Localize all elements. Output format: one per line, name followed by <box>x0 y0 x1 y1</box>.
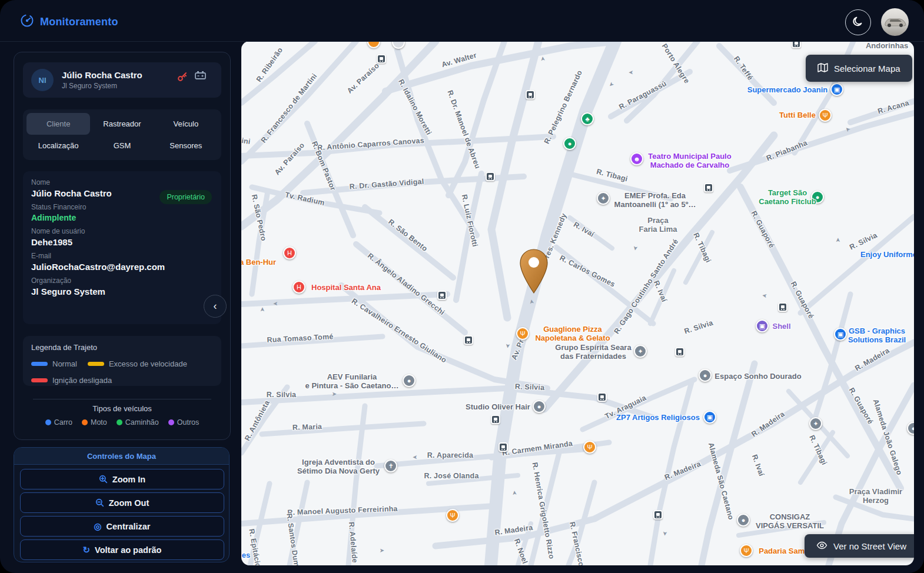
theme-toggle-button[interactable] <box>845 9 871 35</box>
street-view-button[interactable]: Ver no Street View <box>805 534 914 558</box>
zp7-artigos-pin[interactable]: ▣ <box>703 411 716 424</box>
tab-sensores[interactable]: Sensores <box>154 135 218 156</box>
transit-station-icon[interactable] <box>491 415 500 424</box>
zoom-in-icon <box>99 475 108 484</box>
transit-station-icon[interactable] <box>437 291 447 300</box>
espaco-sonho-dourado-label[interactable]: Espaço Sonho Dourado <box>714 372 801 381</box>
igreja-adventista-pin[interactable]: ✝ <box>384 459 397 472</box>
shell-label[interactable]: Shell <box>772 322 790 331</box>
emef-school-label[interactable]: EMEF Profa. Eda Mantoanelli (1º ao 5º… <box>614 191 696 209</box>
gsb-graphics-label[interactable]: GSB - Graphics Solutions Brazil <box>848 327 906 345</box>
target-fitclub-label[interactable]: Target São Caetano Fitclub <box>759 188 816 206</box>
guaglione-pizza-pin[interactable]: Ψ <box>516 327 529 340</box>
transit-station-icon[interactable] <box>597 392 607 402</box>
consigaz-label[interactable]: CONSIGAZ VIPGÁS VERSATIL <box>756 512 824 531</box>
grupo-espirita-label[interactable]: Grupo Espírita Seara das Fraternidades <box>555 343 631 361</box>
car-icon <box>883 15 908 28</box>
ben-hur-label[interactable]: a Ben-Hur <box>241 258 276 266</box>
consigaz-pin[interactable]: ● <box>737 514 750 527</box>
supermercado-joanin-label[interactable]: Supermercado Joanin <box>747 85 828 94</box>
road-direction-arrow: ➤ <box>380 547 384 554</box>
vehicle-type-carro: Carro <box>45 418 72 427</box>
street-label: ini <box>241 136 251 146</box>
praca-faria-lima-label[interactable]: Praça Faria Lima <box>639 216 677 234</box>
supermercado-joanin-pin[interactable]: ▣ <box>830 83 843 96</box>
tab-rastreador[interactable]: Rastreador <box>90 113 154 135</box>
user-avatar[interactable] <box>881 8 909 36</box>
legend-label: Normal <box>52 359 77 368</box>
owner-badge: Proprietário <box>159 190 212 204</box>
studio-oliver-hair-label[interactable]: Studio Oliver Hair <box>466 402 530 411</box>
es-fragment-label[interactable]: es <box>242 551 250 559</box>
grupo-espirita-pin[interactable]: ✦ <box>634 345 647 358</box>
field-label-organizacao: Organização <box>31 276 213 285</box>
tutti-belle-pin[interactable]: Ψ <box>819 109 832 122</box>
transit-station-icon[interactable] <box>792 41 801 48</box>
field-value-organizacao: Jl Seguro System <box>31 286 213 297</box>
espaco-sonho-dourado-pin[interactable]: ● <box>699 369 712 382</box>
gsb-graphics-pin[interactable]: ▣ <box>834 328 847 341</box>
studio-oliver-hair-pin[interactable]: ● <box>533 400 546 413</box>
zp7-artigos-label[interactable]: ZP7 Artigos Religiosos <box>616 413 700 422</box>
key-icon[interactable] <box>177 71 188 85</box>
enjoy-uniforme-label[interactable]: Enjoy Uniforme <box>860 250 914 259</box>
street-label: R. Aparecida <box>427 451 473 459</box>
transit-station-icon[interactable] <box>498 442 508 452</box>
padaria-samara-pin[interactable]: Ψ <box>740 544 753 557</box>
transit-station-icon[interactable] <box>464 335 473 345</box>
praca-vladimir-herzog-label[interactable]: Praça Vladimir Herzog <box>849 487 902 505</box>
guaglione-pizza-label[interactable]: Guaglione Pizza Napoletana & Gelato <box>535 325 610 343</box>
transit-station-icon[interactable] <box>526 90 535 99</box>
hospital-santa-ana-pin[interactable]: H <box>293 281 305 294</box>
reset-icon: ↻ <box>83 545 91 555</box>
transit-station-icon[interactable] <box>675 347 684 357</box>
transit-station-icon[interactable] <box>486 172 495 181</box>
center-map-button[interactable]: ◎ Centralizar <box>20 516 224 537</box>
aev-funilaria-label[interactable]: AEV Funilaria e Pintura - São Caetano… <box>305 372 399 391</box>
park-dot-pin-pin[interactable]: ● <box>563 137 576 150</box>
teatro-municipal-label[interactable]: Teatro Municipal Paulo Machado de Carval… <box>648 152 731 170</box>
tab-gsm[interactable]: GSM <box>90 135 154 156</box>
ignition-off-swatch <box>31 378 48 382</box>
client-details-card: Nome Júlio Rocha Castro Proprietário Sta… <box>23 171 221 324</box>
hospital-pin-west-pin[interactable]: H <box>283 246 296 259</box>
road <box>241 388 653 418</box>
tutti-belle-label[interactable]: Tutti Belle <box>779 111 816 119</box>
reset-map-button[interactable]: ↻ Voltar ao padrão <box>20 539 224 560</box>
aev-funilaria-pin[interactable]: ● <box>403 374 416 387</box>
zoom-out-button[interactable]: Zoom Out <box>20 492 224 513</box>
park-tree-pin-pin[interactable]: ♣ <box>581 112 594 125</box>
transit-station-icon[interactable] <box>778 302 787 312</box>
restaurant-pin-center-pin[interactable]: Ψ <box>583 441 596 454</box>
field-label-email: E-mail <box>31 252 213 260</box>
emef-school-pin[interactable]: ✦ <box>597 192 610 205</box>
sidebar-collapse-button[interactable]: ‹ <box>204 295 227 318</box>
teatro-municipal-pin[interactable]: ☻ <box>630 152 643 165</box>
transit-station-icon[interactable] <box>704 183 713 192</box>
battery-icon[interactable] <box>194 70 207 83</box>
app-window: Monitoramento NI Júlio Rocha Castro Jl S… <box>0 0 924 573</box>
legend-label: Excesso de velocidade <box>109 359 187 368</box>
andorinhas-label[interactable]: Andorinhas <box>866 41 908 50</box>
school-pin-se-pin[interactable]: ✦ <box>809 417 822 430</box>
chevron-left-icon: ‹ <box>214 300 217 312</box>
select-map-button[interactable]: Selecionar Mapa <box>806 55 912 82</box>
hospital-santa-ana-label[interactable]: Hospital Santa Ana <box>311 283 381 292</box>
field-label-status: Status Financeiro <box>31 203 213 211</box>
vehicle-types-title: Tipos de veículos <box>14 404 230 413</box>
shell-pin[interactable]: ▣ <box>756 319 769 332</box>
vehicle-types-row: Carro Moto Caminhão Outros <box>14 418 230 427</box>
tab-veiculo[interactable]: Veículo <box>154 113 218 135</box>
eye-icon <box>816 541 827 551</box>
restaurant-pin-south-pin[interactable]: Ψ <box>446 509 459 522</box>
map-canvas[interactable]: R. RibeirãoR. Francesco de MartiniAv. Pa… <box>241 41 914 565</box>
divider <box>33 399 211 399</box>
truck-dot-icon <box>117 419 122 425</box>
tab-localizacao[interactable]: Localização <box>26 135 90 156</box>
igreja-adventista-label[interactable]: Igreja Adventista do Sétimo Dia Nova Ger… <box>297 458 380 476</box>
zoom-in-button[interactable]: Zoom In <box>20 469 224 489</box>
location-marker[interactable] <box>519 248 549 295</box>
tab-cliente[interactable]: Cliente <box>26 113 90 135</box>
transit-station-icon[interactable] <box>377 54 386 64</box>
transit-station-icon[interactable] <box>653 510 663 519</box>
